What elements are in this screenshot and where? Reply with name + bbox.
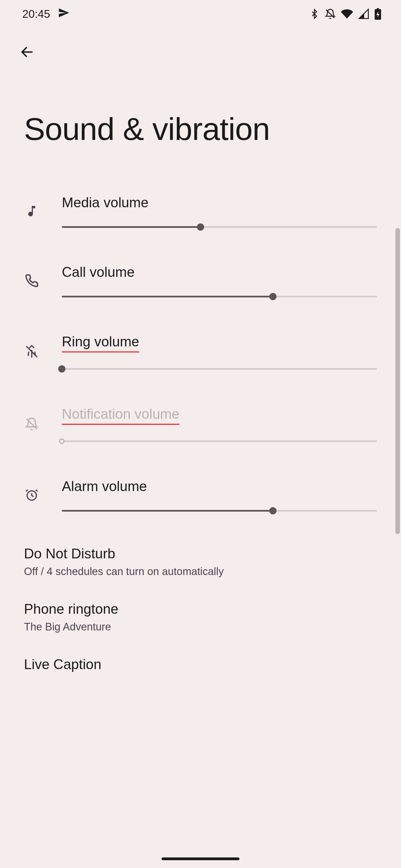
app-bar <box>0 28 401 72</box>
ringtone-subtitle: The Big Adventure <box>24 621 377 633</box>
back-button[interactable] <box>20 56 34 60</box>
alarm-volume-label: Alarm volume <box>62 478 377 494</box>
alarm-clock-icon <box>24 487 39 503</box>
status-time: 20:45 <box>22 8 50 20</box>
call-volume-slider[interactable] <box>62 296 377 298</box>
wifi-icon <box>341 8 353 20</box>
bell-off-icon <box>24 416 39 432</box>
dnd-bell-off-icon <box>325 8 336 20</box>
call-volume-row: Call volume <box>24 250 377 320</box>
svg-rect-2 <box>377 8 379 10</box>
notification-volume-label: Notification volume <box>62 406 179 425</box>
media-volume-row: Media volume <box>24 181 377 250</box>
media-volume-slider[interactable] <box>62 226 377 228</box>
call-volume-label: Call volume <box>62 264 377 280</box>
phone-icon <box>24 273 39 288</box>
ring-volume-label: Ring volume <box>62 334 139 352</box>
phone-ringtone-item[interactable]: Phone ringtone The Big Adventure <box>24 589 377 645</box>
page-title: Sound & vibration <box>0 72 401 181</box>
alarm-volume-row: Alarm volume <box>24 464 377 534</box>
ringtone-title: Phone ringtone <box>24 601 377 617</box>
signal-icon <box>358 8 369 20</box>
dnd-subtitle: Off / 4 schedules can turn on automatica… <box>24 566 377 578</box>
scroll-indicator <box>395 228 400 534</box>
battery-charging-icon <box>374 8 381 20</box>
live-caption-item[interactable]: Live Caption <box>24 645 377 684</box>
do-not-disturb-item[interactable]: Do Not Disturb Off / 4 schedules can tur… <box>24 534 377 589</box>
svg-line-5 <box>28 352 29 356</box>
gesture-nav-pill[interactable] <box>162 858 239 860</box>
dnd-title: Do Not Disturb <box>24 546 377 562</box>
status-bar: 20:45 <box>0 0 401 28</box>
alarm-volume-slider[interactable] <box>62 510 377 512</box>
ring-volume-row: Ring volume <box>24 320 377 392</box>
notification-volume-slider <box>62 440 377 442</box>
bluetooth-icon <box>309 9 320 19</box>
media-volume-label: Media volume <box>62 194 377 211</box>
ring-volume-slider[interactable] <box>62 368 377 370</box>
live-caption-title: Live Caption <box>24 656 377 673</box>
music-note-icon <box>24 204 39 219</box>
vibrate-off-icon <box>24 344 39 360</box>
telegram-icon <box>58 7 69 21</box>
notification-volume-row: Notification volume <box>24 392 377 464</box>
